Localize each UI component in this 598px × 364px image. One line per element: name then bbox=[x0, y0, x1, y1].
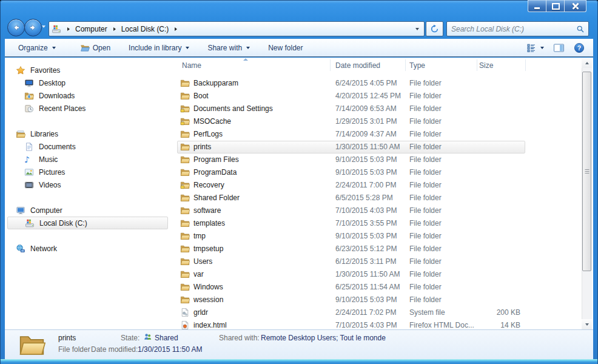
column-divider[interactable] bbox=[330, 59, 331, 71]
scroll-up-button[interactable] bbox=[582, 58, 592, 68]
column-divider[interactable] bbox=[477, 59, 477, 71]
file-row-grldr[interactable]: grldr2/24/2011 7:02 PMSystem file200 KB bbox=[172, 306, 581, 319]
file-row-shared-folder[interactable]: Shared Folder6/5/2015 5:28 PMFile folder bbox=[172, 192, 581, 204]
refresh-button[interactable] bbox=[426, 21, 443, 36]
file-date: 7/10/2015 4:03 PM bbox=[335, 206, 397, 215]
file-row-users[interactable]: Users6/12/2015 3:11 PMFile folder bbox=[172, 255, 581, 268]
preview-pane-button[interactable] bbox=[553, 43, 565, 53]
sidebar-item-recent-places[interactable]: Recent Places bbox=[5, 102, 172, 115]
breadcrumb-computer[interactable]: Computer bbox=[75, 25, 107, 33]
document-icon bbox=[24, 142, 34, 152]
sidebar-item-documents[interactable]: Documents bbox=[5, 140, 172, 153]
file-type: File folder bbox=[409, 130, 442, 138]
minimize-button[interactable] bbox=[528, 0, 546, 12]
sidebar-item-favorites[interactable]: Favorites bbox=[5, 64, 172, 76]
include-label: Include in library bbox=[129, 44, 181, 52]
file-row-recovery[interactable]: Recovery2/24/2011 7:00 PMFile folder bbox=[172, 179, 581, 192]
downloads-icon bbox=[24, 91, 34, 101]
sidebar-item-desktop[interactable]: Desktop bbox=[5, 76, 172, 89]
sidebar-item-downloads[interactable]: Downloads bbox=[5, 89, 172, 102]
file-row-index-html[interactable]: index.html7/10/2015 4:03 PMFirefox HTML … bbox=[172, 319, 581, 329]
file-date: 9/10/2015 5:03 PM bbox=[335, 232, 397, 240]
column-header-date-modified[interactable]: Date modified bbox=[335, 61, 380, 70]
folder-icon bbox=[180, 231, 190, 241]
file-row-program-files[interactable]: Program Files9/10/2015 5:03 PMFile folde… bbox=[172, 153, 581, 166]
column-header-size[interactable]: Size bbox=[479, 61, 493, 70]
file-row-software[interactable]: software7/10/2015 4:03 PMFile folder bbox=[172, 204, 581, 217]
details-state-value: Shared bbox=[155, 334, 178, 342]
file-row-tmp[interactable]: tmp9/10/2015 5:03 PMFile folder bbox=[172, 230, 581, 243]
breadcrumb-arrow-icon[interactable] bbox=[175, 27, 177, 31]
file-name: software bbox=[193, 206, 221, 215]
breadcrumb-local-disk[interactable]: Local Disk (C:) bbox=[121, 25, 169, 33]
include-in-library-button[interactable]: Include in library bbox=[129, 44, 189, 52]
breadcrumb-arrow-icon[interactable] bbox=[113, 27, 116, 31]
column-divider[interactable] bbox=[405, 59, 406, 71]
sidebar-item-label: Recent Places bbox=[39, 104, 86, 113]
file-row-msocache[interactable]: MSOCache1/29/2015 3:01 PMFile folder bbox=[172, 115, 581, 128]
help-button[interactable]: ? bbox=[574, 42, 585, 53]
file-row-boot[interactable]: Boot4/20/2015 12:45 PMFile folder bbox=[172, 90, 581, 103]
address-bar[interactable]: Computer Local Disk (C:) bbox=[49, 21, 425, 36]
file-row-backupparam[interactable]: Backupparam6/24/2015 4:05 PMFile folder bbox=[172, 77, 581, 90]
close-button[interactable] bbox=[565, 0, 586, 12]
sidebar-group-computer: ComputerLocal Disk (C:) bbox=[5, 204, 172, 229]
sidebar-item-label: Desktop bbox=[39, 79, 66, 87]
search-box bbox=[446, 21, 589, 36]
scrollbar-thumb[interactable] bbox=[582, 72, 591, 271]
forward-button[interactable] bbox=[24, 19, 42, 36]
file-row-programdata[interactable]: ProgramData9/10/2015 5:03 PMFile folder bbox=[172, 166, 581, 179]
new-folder-button[interactable]: New folder bbox=[268, 44, 303, 52]
views-button[interactable] bbox=[526, 43, 544, 53]
sidebar-item-videos[interactable]: Videos bbox=[5, 178, 172, 191]
sidebar-item-local-disk-c[interactable]: Local Disk (C:) bbox=[7, 217, 168, 229]
sort-ascending-icon[interactable] bbox=[243, 58, 248, 61]
file-row-prints[interactable]: prints1/30/2015 11:50 AMFile folder bbox=[172, 141, 581, 153]
sidebar-item-network[interactable]: Network bbox=[5, 242, 172, 255]
maximize-icon bbox=[552, 3, 560, 10]
sidebar-item-music[interactable]: ♪Music bbox=[5, 153, 172, 166]
search-input[interactable] bbox=[447, 25, 576, 33]
sidebar-item-libraries[interactable]: Libraries bbox=[5, 127, 172, 140]
file-row-tmpsetup[interactable]: tmpsetup6/23/2015 5:12 PMFile folder bbox=[172, 243, 581, 255]
file-row-var[interactable]: var1/30/2015 11:50 AMFile folder bbox=[172, 268, 581, 281]
sidebar-item-label: Pictures bbox=[39, 168, 65, 177]
search-icon[interactable] bbox=[576, 25, 585, 33]
recent-pages-chevron[interactable] bbox=[42, 25, 45, 28]
local-disk-icon bbox=[52, 24, 61, 34]
recent-places-icon bbox=[24, 104, 34, 113]
sidebar-item-computer[interactable]: Computer bbox=[5, 204, 172, 217]
share-with-button[interactable]: Share with bbox=[207, 44, 250, 52]
file-rows: Backupparam6/24/2015 4:05 PMFile folderB… bbox=[172, 77, 581, 329]
back-button[interactable] bbox=[7, 19, 25, 36]
chevron-down-icon bbox=[246, 47, 250, 49]
file-date: 4/20/2015 12:45 PM bbox=[335, 92, 401, 100]
help-icon: ? bbox=[574, 42, 585, 53]
file-date: 2/24/2011 7:00 PM bbox=[335, 181, 397, 189]
maximize-button[interactable] bbox=[546, 0, 565, 12]
sidebar-item-label: Downloads bbox=[39, 92, 75, 100]
vertical-scrollbar[interactable] bbox=[582, 58, 592, 329]
file-row-wsession[interactable]: wsession9/10/2015 5:03 PMFile folder bbox=[172, 294, 581, 306]
scroll-down-button[interactable] bbox=[582, 319, 592, 329]
column-header-type[interactable]: Type bbox=[409, 61, 425, 70]
address-dropdown-icon[interactable] bbox=[415, 28, 419, 30]
pictures-icon bbox=[24, 167, 34, 177]
file-list: Name Date modified Type Size Backupparam… bbox=[172, 58, 581, 329]
sidebar-item-label: Local Disk (C:) bbox=[39, 219, 87, 228]
folder-icon bbox=[180, 91, 190, 101]
file-name: var bbox=[193, 270, 204, 278]
column-header-name[interactable]: Name bbox=[182, 61, 201, 70]
file-row-templates[interactable]: templates7/10/2015 3:55 PMFile folder bbox=[172, 217, 581, 230]
breadcrumb-arrow-icon[interactable] bbox=[67, 27, 70, 31]
column-divider[interactable] bbox=[525, 59, 526, 71]
file-row-perflogs[interactable]: PerfLogs7/14/2009 4:37 AMFile folder bbox=[172, 128, 581, 141]
file-name: Documents and Settings bbox=[193, 104, 273, 113]
folder-icon bbox=[180, 142, 190, 152]
file-name: index.html bbox=[193, 321, 227, 329]
open-button[interactable]: Open bbox=[80, 43, 110, 53]
file-row-windows[interactable]: Windows6/25/2015 11:54 AMFile folder bbox=[172, 281, 581, 294]
sidebar-item-pictures[interactable]: Pictures bbox=[5, 166, 172, 178]
file-row-documents-and-settings[interactable]: Documents and Settings7/14/2009 6:53 AMF… bbox=[172, 103, 581, 115]
organize-button[interactable]: Organize bbox=[18, 44, 56, 52]
